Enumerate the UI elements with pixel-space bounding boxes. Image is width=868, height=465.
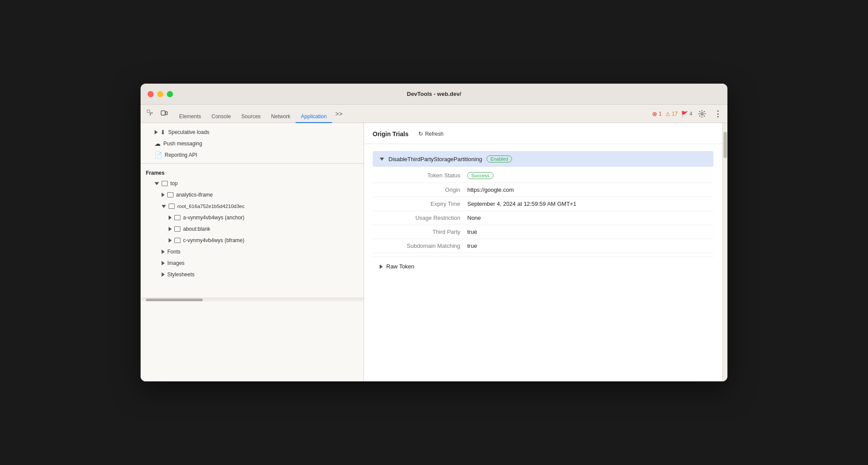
detail-value: None xyxy=(467,215,481,221)
detail-row-subdomain-matching: Subdomain Matching true xyxy=(373,239,713,253)
svg-point-3 xyxy=(701,113,703,115)
expand-icon xyxy=(162,272,165,277)
close-button[interactable] xyxy=(148,91,154,97)
expand-icon xyxy=(169,215,172,220)
sidebar-item-top[interactable]: top xyxy=(141,178,363,189)
trial-status-badge: Enabled xyxy=(487,155,512,162)
doc-icon: 📄 xyxy=(155,151,162,159)
expand-icon xyxy=(155,130,158,134)
sidebar-item-label: root_616a752e1b5d4210d3ec xyxy=(177,204,244,209)
sidebar-item-label: Fonts xyxy=(167,249,180,255)
devtools-body: Elements Console Sources Network Applica… xyxy=(141,105,727,381)
arrow-down-icon: ⬇ xyxy=(160,129,166,136)
tab-icon-group xyxy=(144,107,170,123)
content-header: Origin Trials ↻ Refresh xyxy=(364,123,722,144)
sidebar-item-analytics-iframe[interactable]: analytics-iframe xyxy=(141,189,363,201)
warning-icon: ⚠ xyxy=(665,111,670,117)
frame-icon xyxy=(174,226,180,232)
sidebar-item-label: Reporting API xyxy=(165,152,197,158)
sidebar-item-bframe[interactable]: c-vynmy4vb4wys (bframe) xyxy=(141,235,363,246)
tabs-right-group: ⊗ 1 ⚠ 17 🚩 4 ⋮ xyxy=(652,108,724,123)
sidebar-item-about-blank[interactable]: about:blank xyxy=(141,223,363,235)
content-header-title: Origin Trials xyxy=(373,130,409,137)
detail-label: Expiry Time xyxy=(380,201,467,207)
sidebar-item-anchor-frame[interactable]: a-vynmy4vb4wys (anchor) xyxy=(141,212,363,223)
refresh-icon: ↻ xyxy=(418,130,423,137)
detail-label: Third Party xyxy=(380,229,467,235)
info-count-badge[interactable]: 🚩 4 xyxy=(681,111,692,117)
sidebar-item-reporting-api[interactable]: 📄 Reporting API xyxy=(141,149,363,161)
sidebar-scrollbar-thumb xyxy=(146,299,203,301)
window-title: DevTools - web.dev/ xyxy=(407,91,461,97)
content-panel: Origin Trials ↻ Refresh DisableThirdPart… xyxy=(364,123,722,381)
trial-row[interactable]: DisableThirdPartyStoragePartitioning Ena… xyxy=(373,151,713,167)
sidebar-item-label: a-vynmy4vb4wys (anchor) xyxy=(183,215,244,221)
sidebar-item-push-messaging[interactable]: ☁ Push messaging xyxy=(141,138,363,149)
detail-value: https://google.com xyxy=(467,187,514,193)
inspect-element-icon[interactable] xyxy=(144,107,156,119)
expand-icon xyxy=(162,250,165,254)
settings-icon[interactable] xyxy=(696,108,708,120)
sidebar-item-label: Images xyxy=(167,260,184,266)
sidebar-item-label: Speculative loads xyxy=(168,129,209,135)
sidebar-item-images[interactable]: Images xyxy=(141,257,363,269)
trial-collapse-icon xyxy=(380,158,384,161)
sidebar-item-label: about:blank xyxy=(183,226,210,232)
maximize-button[interactable] xyxy=(167,91,173,97)
detail-row-expiry: Expiry Time September 4, 2024 at 12:59:5… xyxy=(373,197,713,211)
tab-application[interactable]: Application xyxy=(296,111,332,123)
expand-icon xyxy=(162,261,165,265)
token-status-badge: Success xyxy=(467,172,494,179)
raw-token-expand-icon xyxy=(380,264,383,269)
sidebar-item-label: c-vynmy4vb4wys (bframe) xyxy=(183,237,244,243)
sidebar-item-speculative-loads[interactable]: ⬇ Speculative loads xyxy=(141,127,363,138)
sidebar: ⬇ Speculative loads ☁ Push messaging 📄 R… xyxy=(141,123,364,381)
detail-row-token-status: Token Status Success xyxy=(373,169,713,183)
detail-value: September 4, 2024 at 12:59:59 AM GMT+1 xyxy=(467,201,576,207)
svg-rect-0 xyxy=(147,110,150,113)
refresh-button[interactable]: ↻ Refresh xyxy=(416,129,446,138)
expand-icon xyxy=(162,193,165,197)
expand-icon xyxy=(169,238,172,243)
detail-label: Usage Restriction xyxy=(380,215,467,221)
expand-icon xyxy=(169,227,172,231)
detail-label: Token Status xyxy=(380,172,467,179)
sidebar-item-root-frame[interactable]: root_616a752e1b5d4210d3ec xyxy=(141,201,363,212)
detail-value: true xyxy=(467,243,477,249)
sidebar-item-stylesheets[interactable]: Stylesheets xyxy=(141,269,363,280)
detail-label: Origin xyxy=(380,187,467,193)
traffic-lights xyxy=(148,91,173,97)
sidebar-item-label: Stylesheets xyxy=(167,271,194,278)
detail-value: true xyxy=(467,229,477,235)
tab-elements[interactable]: Elements xyxy=(174,111,206,123)
raw-token-row[interactable]: Raw Token xyxy=(373,259,713,274)
minimize-button[interactable] xyxy=(157,91,163,97)
right-scrollbar[interactable] xyxy=(722,123,727,381)
sidebar-item-label: analytics-iframe xyxy=(176,192,213,198)
main-content: ⬇ Speculative loads ☁ Push messaging 📄 R… xyxy=(141,123,727,381)
more-tabs-button[interactable]: >> xyxy=(332,108,346,120)
error-count-badge[interactable]: ⊗ 1 xyxy=(652,110,662,117)
sidebar-item-fonts[interactable]: Fonts xyxy=(141,246,363,257)
sidebar-scrollbar[interactable] xyxy=(141,298,363,301)
detail-row-usage-restriction: Usage Restriction None xyxy=(373,211,713,225)
warning-count-badge[interactable]: ⚠ 17 xyxy=(665,111,677,117)
device-toolbar-icon[interactable] xyxy=(158,107,170,119)
tabs-bar: Elements Console Sources Network Applica… xyxy=(141,105,727,123)
tab-network[interactable]: Network xyxy=(266,111,296,123)
tab-console[interactable]: Console xyxy=(206,111,236,123)
detail-row-origin: Origin https://google.com xyxy=(373,183,713,197)
info-icon: 🚩 xyxy=(681,111,688,117)
tab-sources[interactable]: Sources xyxy=(236,111,266,123)
cloud-icon: ☁ xyxy=(155,140,161,147)
frame-icon xyxy=(174,238,180,243)
trial-name: DisableThirdPartyStoragePartitioning xyxy=(388,156,482,162)
raw-token-label: Raw Token xyxy=(386,263,414,270)
titlebar: DevTools - web.dev/ xyxy=(141,84,727,105)
svg-rect-2 xyxy=(166,112,167,115)
more-options-icon[interactable]: ⋮ xyxy=(712,108,724,120)
content-body: DisableThirdPartyStoragePartitioning Ena… xyxy=(364,144,722,281)
detail-row-third-party: Third Party true xyxy=(373,225,713,239)
frame-icon xyxy=(167,192,173,197)
frames-section-header: Frames xyxy=(141,166,363,178)
